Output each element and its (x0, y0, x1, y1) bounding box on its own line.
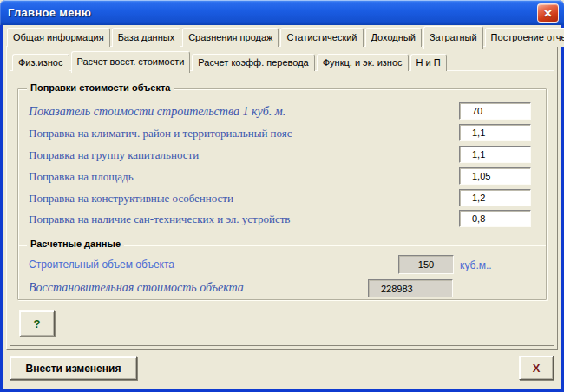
correction-row: Поправка на группу капитальности (18, 147, 546, 164)
correction-label: Поправка на наличие сан-технических и эл… (29, 211, 290, 228)
sub-tab-bar: Физ.износ Расчет восст. стоимости Расчет… (12, 49, 449, 71)
close-icon: ✕ (543, 8, 553, 19)
help-button[interactable]: ? (19, 310, 55, 336)
correction-row: Поправка на климатич. район и территориа… (18, 125, 546, 142)
calculated-groupbox: Расчетные данные Строительный объем объе… (17, 245, 547, 300)
tab-postroenie-otcheta[interactable]: Построение отчета (485, 28, 564, 47)
tab-dokhodnyy[interactable]: Доходный (365, 28, 422, 47)
tab-sravneniya-prodazh[interactable]: Сравнения продаж (182, 28, 279, 47)
tab-obshchaya-informatsiya[interactable]: Общая информация (7, 28, 110, 47)
titlebar[interactable]: Главное меню ✕ (0, 0, 564, 25)
tab-zatratnyy[interactable]: Затратный (423, 26, 483, 49)
volume-label: Строительный объем объекта (29, 255, 174, 274)
correction-label: Поправка на площадь (29, 168, 134, 186)
tab-raschet-koeff-perevoda[interactable]: Расчет коэфф. перевода (192, 54, 314, 71)
correction-label: Поправка на группу капитальности (29, 147, 199, 164)
tab-n-i-p[interactable]: Н и П (410, 54, 447, 71)
correction-label: Поправка на конструктивные особенности (29, 190, 233, 207)
tab-fiz-iznos[interactable]: Физ.износ (12, 54, 69, 71)
correction-row: Поправка на площадь (18, 168, 546, 186)
correction-input-construction[interactable] (459, 189, 531, 206)
tab-raschet-vosst-stoimosti[interactable]: Расчет восст. стоимости (71, 51, 191, 73)
window-content: Общая информация База данных Сравнения п… (3, 25, 561, 389)
tab-funkts-i-ek-iznos[interactable]: Функц. и эк. износ (317, 54, 409, 71)
calculated-group-title: Расчетные данные (27, 238, 124, 249)
tab-baza-dannykh[interactable]: База данных (112, 28, 181, 47)
main-tab-bar: Общая информация База данных Сравнения п… (7, 26, 564, 47)
titlebar-close-button[interactable]: ✕ (537, 3, 559, 23)
correction-label: Поправка на климатич. район и территориа… (29, 125, 292, 142)
apply-changes-label: Внести изменения (26, 363, 121, 375)
volume-units-label: куб.м.. (460, 256, 492, 275)
correction-input-build-cost[interactable] (459, 102, 531, 120)
corrections-groupbox: Поправки стоимости объекта Показатель ст… (17, 88, 547, 245)
volume-field (398, 255, 454, 274)
replacement-cost-field (368, 279, 453, 297)
tab-statisticheskiy[interactable]: Статистический (280, 28, 363, 47)
help-button-label: ? (34, 317, 41, 330)
replacement-cost-label: Восстановительная стоимость объекта (29, 278, 244, 297)
correction-label: Показатель стоимости строительства 1 куб… (29, 103, 285, 121)
exit-button[interactable]: X (519, 356, 554, 380)
correction-input-capitality[interactable] (459, 146, 531, 163)
main-window: Главное меню ✕ Общая информация База дан… (0, 0, 564, 392)
exit-button-label: X (533, 362, 541, 375)
correction-row: Показатель стоимости строительства 1 куб… (18, 103, 546, 121)
window-title: Главное меню (8, 6, 91, 19)
correction-input-climate[interactable] (459, 124, 531, 141)
correction-input-sanitary[interactable] (459, 210, 531, 227)
apply-changes-button[interactable]: Внести изменения (10, 356, 137, 380)
correction-row: Поправка на конструктивные особенности (18, 190, 546, 207)
corrections-group-title: Поправки стоимости объекта (27, 82, 174, 93)
correction-row: Поправка на наличие сан-технических и эл… (18, 211, 546, 228)
correction-input-area[interactable] (459, 167, 531, 185)
